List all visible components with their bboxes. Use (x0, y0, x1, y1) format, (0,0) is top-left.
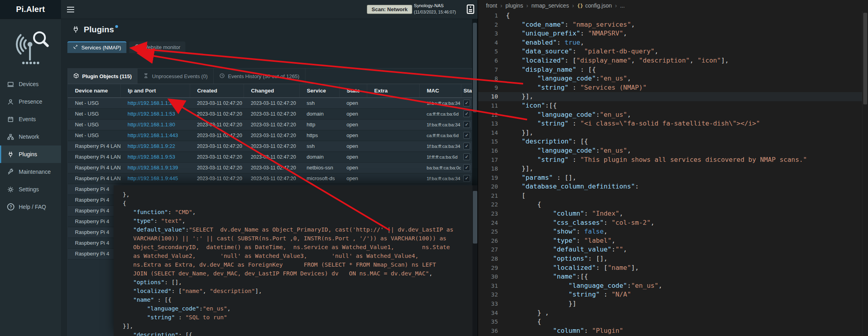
overlay-code-line[interactable]: "options": [], (119, 278, 472, 287)
overlay-code-line[interactable]: }, (119, 190, 472, 199)
sidebar-item-events[interactable]: Events (0, 110, 61, 128)
editor-code-line[interactable]: 19 "params" : [], (478, 173, 862, 183)
column-header-created[interactable]: Created (190, 84, 244, 98)
app-scrollbar-thumb[interactable] (473, 23, 477, 112)
editor-code-line[interactable]: 27 "default_value":"", (478, 245, 862, 254)
editor-code-line[interactable]: 7 "display_name" : [{ (478, 65, 862, 75)
ip-port-link[interactable]: http://192.168.1.1:22 (128, 100, 175, 106)
status-checkbox[interactable]: ✓ (463, 153, 470, 160)
editor-code-line[interactable]: 15 "description": [{ (478, 137, 862, 146)
editor-code-line[interactable]: 36 "column": "Plugin" (478, 326, 862, 336)
brand-logo[interactable]: Pi.Alert (0, 0, 61, 19)
status-checkbox[interactable]: ✓ (463, 175, 470, 182)
sidebar-item-network[interactable]: Network (0, 128, 61, 145)
editor-code-line[interactable]: 32 "string" : "N/A" (478, 290, 862, 299)
sidebar-toggle-button[interactable] (61, 0, 80, 19)
editor-code-line[interactable]: 3 "unique_prefix": "NMAPSRV", (478, 29, 862, 38)
editor-scrollbar[interactable] (862, 11, 868, 336)
subtab-plugin-objects-115[interactable]: Plugin Objects (115) (68, 69, 138, 84)
editor-code-line[interactable]: 11 "icon":[{ (478, 101, 862, 110)
overlay-code-line[interactable]: "description": [{ (119, 330, 472, 336)
editor-code-line[interactable]: 33 }] (478, 299, 862, 308)
editor-code-line[interactable]: 31 "language_code":"en_us", (478, 281, 862, 291)
editor-code-line[interactable]: 21 [ (478, 191, 862, 200)
breadcrumb-item-nmap-services[interactable]: nmap_services (531, 2, 569, 9)
ip-port-link[interactable]: http://192.168.1.9:139 (128, 165, 178, 171)
column-header-state[interactable]: State (339, 84, 367, 98)
overlay-code-line[interactable]: Object_SecondaryID, datetime() as DateTi… (119, 243, 472, 252)
overlay-code-line[interactable]: }], (119, 322, 472, 330)
ip-port-link[interactable]: http://192.168.1.1:443 (128, 132, 178, 138)
overlay-scrollbar-thumb[interactable] (473, 191, 477, 244)
nas-device-icon[interactable] (465, 4, 476, 15)
editor-code-line[interactable]: 2 "code_name": "nmap_services", (478, 20, 862, 29)
editor-code-line[interactable]: 9 "string" : "Services (NMAP)" (478, 83, 862, 92)
editor-code-line[interactable]: 28 "options": [], (478, 254, 862, 263)
editor-code-line[interactable]: 34 } , (478, 308, 862, 318)
editor-code-line[interactable]: 17 "string" : "This plugin shows all ser… (478, 155, 862, 165)
subtab-unprocessed-events-0[interactable]: Unprocessed Events (0) (138, 69, 213, 84)
ip-port-link[interactable]: http://192.168.1.1:53 (128, 111, 175, 117)
editor-code-line[interactable]: 30 "name":[{ (478, 272, 862, 281)
sidebar-item-settings[interactable]: Settings (0, 181, 61, 198)
overlay-code-line[interactable]: "name" : [{ (119, 295, 472, 304)
ip-port-link[interactable]: http://192.168.1.1:80 (128, 122, 175, 128)
status-checkbox[interactable]: ✓ (463, 110, 470, 117)
column-header-service[interactable]: Service (299, 84, 339, 98)
editor-code-line[interactable]: 18 }], (478, 164, 862, 173)
editor-scrollbar-thumb[interactable] (863, 13, 867, 104)
status-checkbox[interactable]: ✓ (463, 164, 470, 171)
breadcrumb-item-[interactable]: ... (620, 2, 625, 9)
editor-code-line[interactable]: 35 { (478, 317, 862, 326)
column-header-ip-and-port[interactable]: Ip and Port (120, 84, 190, 98)
editor-code-line[interactable]: 8 "language_code":"en_us", (478, 74, 862, 83)
ip-port-link[interactable]: http://192.168.1.9:53 (128, 154, 175, 160)
editor-code-line[interactable]: 12 "language_code":"en_us", (478, 110, 862, 120)
column-header-device-name[interactable]: Device name (68, 84, 120, 98)
editor-code-line[interactable]: 26 "type": "label", (478, 236, 862, 246)
column-header-extra[interactable]: Extra (367, 84, 419, 98)
overlay-code-line[interactable]: ns.Extra as Extra, dv.dev_MAC as Foreign… (119, 260, 472, 269)
column-header-changed[interactable]: Changed (244, 84, 299, 98)
editor-code-line[interactable]: 13 "string" : "<i class=\"fa-solid fa-sa… (478, 119, 862, 128)
editor-code-line[interactable]: 14 }], (478, 128, 862, 138)
editor-code-line[interactable]: 6 "localized": ["display_name", "descrip… (478, 56, 862, 65)
overlay-code-line[interactable]: JOIN (SELECT dev_Name, dev_MAC, dev_Last… (119, 269, 472, 278)
sidebar-item-plugins[interactable]: Plugins (0, 145, 61, 163)
status-checkbox[interactable]: ✓ (463, 132, 470, 139)
editor-code-line[interactable]: 23 "column": "Index", (478, 209, 862, 218)
editor-code-line[interactable]: 5 "data_source": "pialert-db-query", (478, 47, 862, 56)
sidebar-item-help-faq[interactable]: ?Help / FAQ (0, 198, 61, 216)
sidebar-item-presence[interactable]: Presence (0, 93, 61, 110)
breadcrumb-item-front[interactable]: front (486, 2, 497, 9)
sidebar-item-maintenance[interactable]: Maintenance (0, 163, 61, 181)
tab-services-nmap[interactable]: Services (NMAP) (67, 41, 126, 53)
editor-code-line[interactable]: 4 "enabled": true, (478, 38, 862, 47)
overlay-code-line[interactable]: as Watched_Value2, 'null' as Watched_Val… (119, 252, 472, 260)
editor-code-line[interactable]: 25 "show": false, (478, 227, 862, 236)
ip-port-link[interactable]: http://192.168.1.9:445 (128, 175, 178, 181)
status-checkbox[interactable]: ✓ (463, 100, 470, 106)
overlay-code-line[interactable]: "default_value":"SELECT dv.dev_Name as O… (119, 225, 472, 234)
overlay-code-line[interactable]: { (119, 199, 472, 208)
editor-code-line[interactable]: 29 "localized": ["name"], (478, 263, 862, 273)
overlay-code-line[interactable]: "string" : "SQL to run" (119, 313, 472, 322)
editor-code-line[interactable]: 10 }], (478, 92, 862, 101)
editor-code-line[interactable]: 1{ (478, 11, 862, 20)
subtab-events-history-50-out-of-1265[interactable]: Events History (50 out of 1265) (214, 69, 305, 84)
sidebar-item-devices[interactable]: Devices (0, 75, 61, 93)
status-checkbox[interactable]: ✓ (463, 121, 470, 128)
status-checkbox[interactable]: ✓ (463, 143, 470, 149)
ip-port-link[interactable]: http://192.168.1.9:22 (128, 143, 175, 149)
overlay-scrollbar[interactable] (472, 185, 478, 336)
column-header-mac[interactable]: MAC (419, 84, 461, 98)
overlay-code-line[interactable]: "localized": ["name", "description"], (119, 287, 472, 295)
breadcrumb-item-plugins[interactable]: plugins (506, 2, 523, 9)
column-header-stat[interactable]: Stat (461, 84, 472, 98)
overlay-code-line[interactable]: "type": "text", (119, 216, 472, 225)
editor-code-line[interactable]: 24 "css_classes": "col-sm-2", (478, 218, 862, 228)
overlay-code-line[interactable]: "language_code":"en_us", (119, 304, 472, 313)
breadcrumb-item-config-json[interactable]: {}config.json (577, 2, 612, 9)
overlay-code-line[interactable]: VARCHAR(100)) || ':' || cast( SUBSTR(ns.… (119, 234, 472, 243)
tab-website-monitor[interactable]: Website monitor (129, 41, 186, 53)
